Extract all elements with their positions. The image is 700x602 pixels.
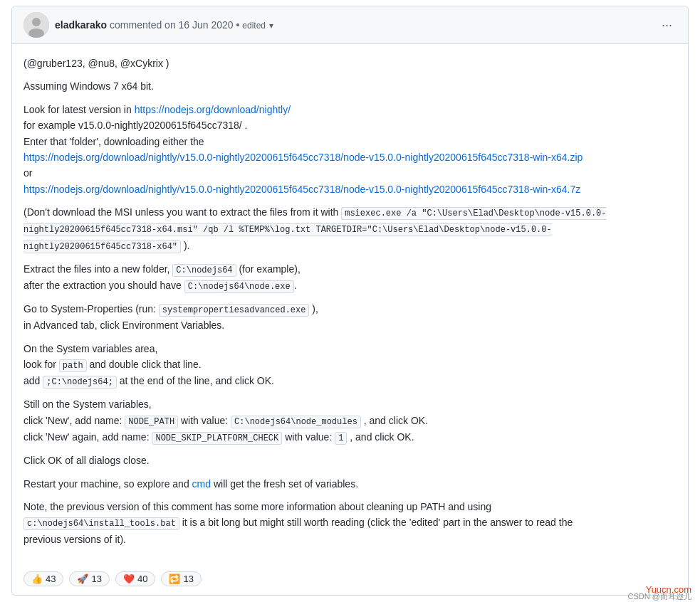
svg-point-1 — [32, 18, 41, 26]
sys-props-section: Go to System-Properties (run: systemprop… — [23, 301, 677, 334]
note-text1: Note, the previous version of this comme… — [23, 501, 491, 512]
or-text: or — [23, 167, 32, 179]
mentions-line: (@gruber123, @nu8, @xCykrix ) — [23, 56, 677, 71]
node-path-code: NODE_PATH — [125, 416, 178, 428]
edited-badge[interactable]: edited ▾ — [242, 21, 273, 31]
add-code: ;C:\nodejs64; — [43, 376, 117, 389]
msi-note: (Don't download the MSI unless you want … — [23, 204, 677, 254]
still-text2-suf: , and click OK. — [361, 415, 428, 426]
comment-header-left: eladkarako commented on 16 Jun 2020 • ed… — [23, 12, 273, 38]
avatar — [23, 12, 49, 38]
path-code: path — [59, 359, 87, 372]
restart-text1: Restart your machine, so explore and — [23, 478, 192, 490]
sys-vars-text1: On the System variables area, — [23, 343, 157, 354]
edited-arrow: ▾ — [269, 21, 273, 31]
restart-text2: will get the fresh set of variables. — [211, 478, 358, 490]
comment-body: (@gruber123, @nu8, @xCykrix ) Assuming W… — [12, 44, 688, 566]
look-for-text: Look for latest version in — [23, 104, 135, 115]
install-tools-code: c:\nodejs64\install_tools.bat — [23, 517, 179, 530]
sys-props-text3: in Advanced tab, click Environment Varia… — [23, 320, 224, 331]
thumbsup-count: 43 — [46, 574, 56, 584]
still-text2-mid: with value: — [178, 415, 231, 426]
click-ok-line: Click OK of all dialogs close. — [23, 453, 677, 468]
page-wrapper: eladkarako commented on 16 Jun 2020 • ed… — [0, 0, 700, 602]
comment-header: eladkarako commented on 16 Jun 2020 • ed… — [12, 6, 688, 44]
node-path-val: C:\nodejs64\node_modules — [231, 416, 361, 428]
rocket-count: 13 — [91, 574, 101, 584]
extract-text2: (for example), — [236, 263, 301, 275]
note-text2: it is a bit long but might still worth r… — [179, 517, 573, 528]
comment-meta: eladkarako commented on 16 Jun 2020 • ed… — [55, 19, 273, 31]
reaction-thumbsup[interactable]: 👍 43 — [23, 571, 63, 586]
rocket-emoji: 🚀 — [77, 574, 88, 584]
thumbsup-emoji: 👍 — [31, 574, 43, 584]
comment-author[interactable]: eladkarako — [55, 19, 107, 31]
zip-link[interactable]: https://nodejs.org/download/nightly/v15.… — [23, 152, 583, 163]
msi-prefix-text: (Don't download the MSI unless you want … — [23, 206, 341, 218]
csdn-watermark: CSDN @而耳迩儿 — [628, 591, 691, 602]
edited-text: edited — [242, 21, 266, 31]
reaction-tada[interactable]: 🔁 13 — [161, 571, 201, 586]
7z-link[interactable]: https://nodejs.org/download/nightly/v15.… — [23, 184, 580, 195]
still-text3-suf: , and click OK. — [347, 431, 414, 443]
nodejs-nightly-link[interactable]: https://nodejs.org/download/nightly/ — [135, 104, 291, 115]
nodejs-link-section: Look for latest version in https://nodej… — [23, 102, 677, 197]
sys-vars-text4: add — [23, 375, 43, 386]
sys-vars-text2: look for — [23, 359, 59, 370]
reaction-heart[interactable]: ❤️ 40 — [115, 571, 155, 586]
sys-props-code: systempropertiesadvanced.exe — [159, 304, 310, 317]
node-skip-val: 1 — [335, 432, 347, 445]
still-text3-pre: click 'New' again, add name: — [23, 431, 152, 443]
msi-suffix-text: ). — [181, 240, 189, 251]
restart-line: Restart your machine, so explore and cmd… — [23, 476, 677, 492]
tada-count: 13 — [183, 574, 193, 584]
sys-vars-text5: at the end of the line, and click OK. — [117, 375, 274, 386]
still-text3-mid: with value: — [282, 431, 335, 443]
still-section: Still on the System variables, click 'Ne… — [23, 396, 677, 445]
enter-folder-text: Enter that 'folder', downloading either … — [23, 136, 204, 147]
sys-vars-text3: and double click that line. — [87, 359, 202, 370]
cmd-link[interactable]: cmd — [192, 478, 211, 490]
comment-container: eladkarako commented on 16 Jun 2020 • ed… — [11, 6, 689, 596]
sys-props-text1: Go to System-Properties (run: — [23, 303, 159, 315]
reactions-bar: 👍 43 🚀 13 ❤️ 40 🔁 13 — [12, 566, 688, 595]
reaction-rocket[interactable]: 🚀 13 — [69, 571, 109, 586]
comment-date: commented on 16 Jun 2020 • — [110, 19, 242, 31]
windows-line: Assuming Windows 7 x64 bit. — [23, 78, 677, 94]
tada-emoji: 🔁 — [169, 574, 180, 584]
still-text2-pre: click 'New', add name: — [23, 415, 125, 426]
heart-count: 40 — [137, 574, 147, 584]
note-text3: previous versions of it). — [23, 534, 126, 545]
nodejs64-code: C:\nodejs64 — [172, 264, 236, 277]
extract-text4: . — [294, 280, 297, 291]
more-options-button[interactable]: ··· — [657, 16, 677, 34]
heart-emoji: ❤️ — [123, 574, 135, 584]
extract-section: Extract the files into a new folder, C:\… — [23, 261, 677, 294]
sys-vars-section: On the System variables area, look for p… — [23, 341, 677, 390]
example-line: for example v15.0.0-nightly20200615f645c… — [23, 120, 247, 131]
sys-props-text2: ), — [309, 303, 318, 315]
extract-text3: after the extraction you should have — [23, 280, 184, 291]
node-exe-code: C:\nodejs64\node.exe — [184, 280, 294, 293]
still-text1: Still on the System variables, — [23, 398, 152, 410]
extract-text1: Extract the files into a new folder, — [23, 263, 172, 275]
note-section: Note, the previous version of this comme… — [23, 499, 677, 547]
node-skip-code: NODE_SKIP_PLATFORM_CHECK — [152, 432, 282, 445]
